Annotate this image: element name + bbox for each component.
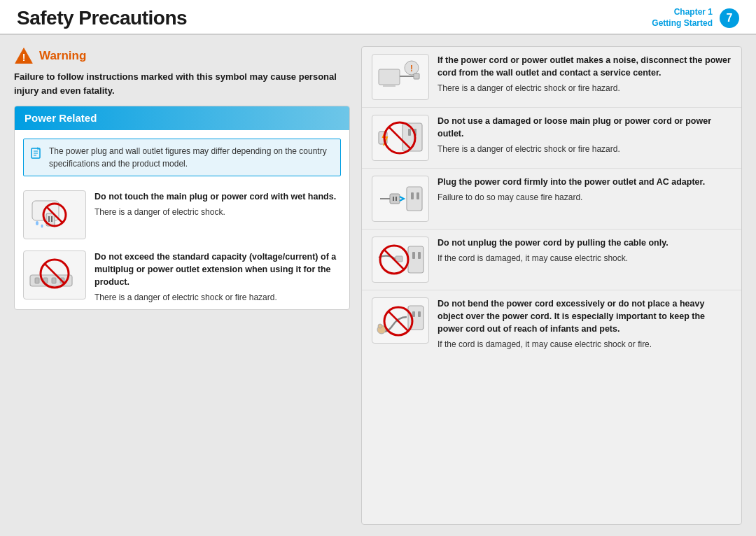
svg-rect-22 — [383, 85, 396, 87]
svg-rect-8 — [48, 216, 50, 222]
right-item-damaged-plug: Do not use a damaged or loose main plug … — [362, 108, 741, 169]
main-content: ! Warning Failure to follow instructions… — [0, 35, 756, 536]
illus-wet-hands — [27, 194, 83, 236]
warning-icon: ! — [14, 46, 34, 66]
chapter-info: Chapter 1 Getting Started — [652, 7, 713, 29]
right-item-desc-bend-cord: If the cord is damaged, it may cause ele… — [438, 338, 732, 351]
power-related-section: Power Related The power plug and wall ou… — [14, 106, 350, 310]
right-item-desc-plug-firmly: Failure to do so may cause fire hazard. — [438, 191, 732, 204]
warning-body: Failure to follow instructions marked wi… — [14, 70, 350, 97]
right-item-desc-noise: There is a danger of electric shock or f… — [438, 82, 732, 94]
illus-bend-cord — [373, 299, 428, 342]
svg-rect-34 — [411, 192, 414, 199]
illus-damaged-plug — [373, 116, 428, 160]
svg-rect-37 — [393, 197, 394, 201]
warning-block: ! Warning Failure to follow instructions… — [14, 46, 350, 97]
svg-rect-40 — [408, 246, 424, 273]
svg-rect-9 — [51, 216, 52, 222]
right-item-title-plug-firmly: Plug the power cord firmly into the powe… — [438, 176, 732, 188]
svg-point-50 — [378, 324, 382, 328]
illus-noise: ! — [373, 55, 428, 99]
right-item-pull-cable: Do not unplug the power cord by pulling … — [362, 230, 741, 290]
right-item-noise: ! If the power cord or power outlet make… — [362, 47, 741, 108]
left-column: ! Warning Failure to follow instructions… — [14, 46, 350, 525]
svg-rect-17 — [52, 278, 56, 283]
svg-rect-41 — [412, 252, 415, 259]
svg-text:!: ! — [22, 52, 26, 63]
power-section-header: Power Related — [15, 106, 349, 130]
item-image-capacity — [23, 251, 86, 299]
note-text: The power plug and wall outlet figures m… — [49, 145, 333, 170]
right-item-image-noise: ! — [372, 54, 429, 100]
right-item-desc-pull-cable: If the cord is damaged, it may cause ele… — [438, 252, 732, 265]
right-item-text-noise: If the power cord or power outlet makes … — [438, 54, 732, 94]
svg-rect-28 — [408, 129, 411, 136]
page-number-badge: 7 — [720, 8, 739, 28]
right-item-text-plug-firmly: Plug the power cord firmly into the powe… — [438, 176, 732, 204]
illus-plug-firmly — [373, 177, 428, 220]
right-item-text-pull-cable: Do not unplug the power cord by pulling … — [438, 237, 732, 265]
right-item-image-pull-cable — [372, 237, 429, 283]
svg-rect-35 — [416, 192, 419, 199]
right-column: ! If the power cord or power outlet make… — [361, 46, 742, 525]
page-title: Safety Precautions — [17, 7, 187, 29]
note-icon — [31, 146, 43, 159]
item-desc-wet-hands: There is a danger of electric shock. — [94, 206, 341, 218]
right-item-desc-damaged-plug: There is a danger of electric shock or f… — [438, 143, 732, 155]
header-chapter-info: Chapter 1 Getting Started 7 — [652, 7, 739, 29]
item-text-capacity: Do not exceed the standard capacity (vol… — [94, 251, 341, 304]
right-item-title-bend-cord: Do not bend the power cord excessively o… — [438, 297, 732, 335]
warning-header: ! Warning — [14, 46, 350, 66]
illus-capacity — [27, 254, 83, 296]
right-item-title-noise: If the power cord or power outlet makes … — [438, 54, 732, 79]
item-text-wet-hands: Do not touch the main plug or power cord… — [94, 190, 341, 218]
right-item-title-pull-cable: Do not unplug the power cord by pulling … — [438, 237, 732, 249]
warning-title: Warning — [39, 49, 86, 63]
svg-point-12 — [36, 221, 38, 225]
chapter-label: Chapter 1 — [652, 7, 713, 18]
item-desc-capacity: There is a danger of electric shock or f… — [94, 291, 341, 304]
illus-pull-cable — [373, 238, 428, 281]
svg-rect-38 — [396, 197, 397, 201]
right-item-text-bend-cord: Do not bend the power cord excessively o… — [438, 297, 732, 351]
right-item-text-damaged-plug: Do not use a damaged or loose main plug … — [438, 115, 732, 155]
svg-rect-21 — [379, 69, 400, 85]
svg-text:!: ! — [410, 64, 413, 73]
note-box: The power plug and wall outlet figures m… — [23, 139, 341, 176]
right-item-image-damaged-plug — [372, 115, 429, 161]
svg-rect-47 — [412, 311, 415, 317]
svg-rect-36 — [390, 194, 400, 204]
safety-item-wet-hands: Do not touch the main plug or power cord… — [15, 185, 349, 245]
item-title-capacity: Do not exceed the standard capacity (vol… — [94, 251, 341, 288]
right-item-title-damaged-plug: Do not use a damaged or loose main plug … — [438, 115, 732, 140]
chapter-sub: Getting Started — [652, 18, 713, 29]
safety-item-capacity: Do not exceed the standard capacity (vol… — [15, 245, 349, 309]
page-header: Safety Precautions Chapter 1 Getting Sta… — [0, 0, 756, 35]
item-image-wet-hands — [23, 190, 86, 239]
svg-rect-33 — [407, 187, 422, 211]
right-item-image-bend-cord — [372, 297, 429, 344]
right-item-image-plug-firmly — [372, 176, 429, 222]
svg-rect-42 — [418, 252, 421, 259]
svg-point-13 — [41, 225, 43, 228]
right-item-bend-cord: Do not bend the power cord excessively o… — [362, 290, 741, 358]
svg-rect-48 — [418, 311, 421, 317]
svg-rect-15 — [35, 278, 39, 283]
item-title-wet-hands: Do not touch the main plug or power cord… — [94, 190, 341, 203]
right-item-plug-firmly: Plug the power cord firmly into the powe… — [362, 169, 741, 230]
power-section-title: Power Related — [24, 112, 97, 124]
svg-rect-26 — [414, 73, 419, 79]
